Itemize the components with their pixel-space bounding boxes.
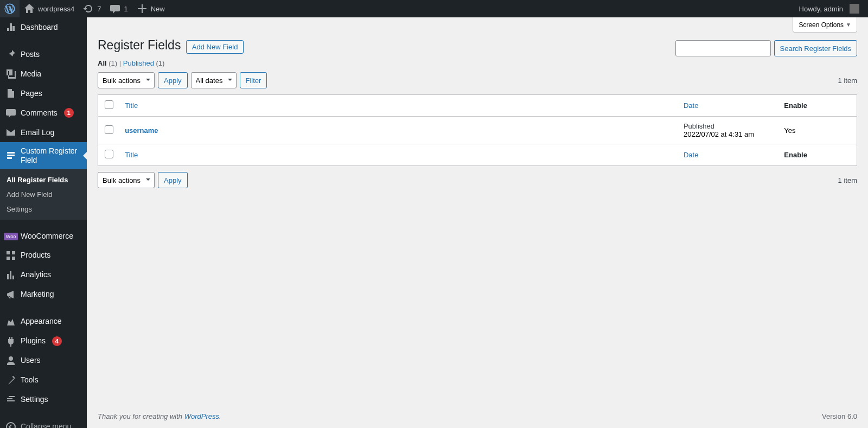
new-content-menu[interactable]: New — [132, 0, 169, 17]
email-icon — [5, 127, 16, 138]
row-title-link[interactable]: username — [125, 126, 158, 135]
menu-settings[interactable]: Settings — [0, 390, 87, 410]
dashboard-icon — [5, 22, 16, 33]
admin-bar: wordpress4 7 1 New Howdy, admin — [0, 0, 868, 17]
menu-custom-register-field[interactable]: Custom Register Field — [0, 142, 87, 169]
column-enable-foot: Enable — [778, 144, 857, 166]
marketing-icon — [5, 289, 16, 300]
row-date: 2022/07/02 at 4:31 am — [684, 130, 754, 138]
select-all-top[interactable] — [105, 100, 113, 109]
page-title: Register Fields — [98, 38, 181, 53]
table-row: username Published 2022/07/02 at 4:31 am… — [98, 117, 857, 144]
appearance-icon — [5, 316, 16, 327]
submenu-all-register-fields[interactable]: All Register Fields — [0, 173, 87, 187]
site-name-menu[interactable]: wordpress4 — [20, 0, 79, 17]
howdy-label: Howdy, admin — [799, 5, 843, 13]
filter-button[interactable]: Filter — [240, 72, 267, 88]
menu-woocommerce[interactable]: Woo WooCommerce — [0, 227, 87, 246]
column-title[interactable]: Title — [119, 95, 678, 117]
form-icon — [5, 150, 16, 161]
apply-button-top[interactable]: Apply — [158, 72, 188, 88]
menu-comments[interactable]: Comments 1 — [0, 103, 87, 123]
submenu-settings[interactable]: Settings — [0, 202, 87, 216]
home-icon — [24, 3, 35, 14]
menu-products[interactable]: Products — [0, 246, 87, 265]
column-enable: Enable — [778, 95, 857, 117]
item-count-bottom: 1 item — [838, 176, 857, 184]
menu-pages[interactable]: Pages — [0, 84, 87, 103]
bulk-actions-select-bottom[interactable]: Bulk actions — [98, 172, 155, 188]
new-label: New — [151, 5, 165, 13]
plugins-badge: 4 — [52, 336, 62, 346]
comments-badge: 1 — [64, 108, 74, 118]
search-input[interactable] — [675, 40, 771, 56]
menu-email-log[interactable]: Email Log — [0, 123, 87, 142]
avatar — [850, 4, 859, 14]
users-icon — [5, 355, 16, 366]
list-table: Title Date Enable username Published 202… — [98, 94, 857, 166]
wp-logo-menu[interactable] — [0, 0, 20, 17]
menu-posts[interactable]: Posts — [0, 44, 87, 64]
media-icon — [5, 68, 16, 79]
submenu-add-new-field[interactable]: Add New Field — [0, 187, 87, 202]
column-title-foot[interactable]: Title — [119, 144, 678, 166]
comments-icon — [110, 3, 120, 14]
footer-wordpress-link[interactable]: WordPress — [184, 412, 219, 420]
row-status: Published — [684, 122, 773, 130]
pin-icon — [5, 49, 16, 60]
status-filters: All (1) | Published (1) Search Register … — [98, 59, 857, 67]
filter-all[interactable]: All — [98, 59, 107, 67]
wordpress-icon — [4, 3, 15, 14]
updates-count: 7 — [97, 5, 101, 13]
menu-analytics[interactable]: Analytics — [0, 265, 87, 285]
pages-icon — [5, 88, 16, 99]
tools-icon — [5, 375, 16, 386]
my-account-menu[interactable]: Howdy, admin — [795, 0, 864, 17]
plugins-icon — [5, 336, 16, 347]
comments-menu[interactable]: 1 — [105, 0, 132, 17]
row-checkbox[interactable] — [105, 125, 113, 134]
site-name-label: wordpress4 — [38, 5, 74, 13]
apply-button-bottom[interactable]: Apply — [158, 172, 188, 188]
products-icon — [5, 250, 16, 261]
collapse-icon — [5, 421, 16, 428]
select-all-bottom[interactable] — [105, 150, 113, 158]
date-filter-select[interactable]: All dates — [191, 72, 237, 88]
menu-marketing[interactable]: Marketing — [0, 285, 87, 304]
menu-plugins[interactable]: Plugins 4 — [0, 331, 87, 351]
submenu-custom-register-field: All Register Fields Add New Field Settin… — [0, 169, 87, 220]
search-button[interactable]: Search Register Fields — [774, 40, 858, 56]
plus-icon — [137, 3, 148, 14]
tablenav-top: Bulk actions Apply All dates Filter 1 it… — [98, 71, 857, 90]
menu-dashboard[interactable]: Dashboard — [0, 17, 87, 37]
search-box: Search Register Fields — [675, 40, 858, 56]
content-area: Screen Options ▼ Register Fields Add New… — [87, 17, 868, 428]
screen-options-toggle[interactable]: Screen Options ▼ — [793, 17, 857, 33]
settings-icon — [5, 394, 16, 405]
analytics-icon — [5, 270, 16, 280]
menu-appearance[interactable]: Appearance — [0, 312, 87, 331]
woocommerce-icon: Woo — [5, 233, 16, 240]
menu-media[interactable]: Media — [0, 64, 87, 84]
chevron-down-icon: ▼ — [846, 22, 851, 28]
item-count-top: 1 item — [838, 76, 857, 85]
menu-collapse[interactable]: Collapse menu — [0, 417, 87, 428]
row-enable: Yes — [778, 117, 857, 144]
updates-menu[interactable]: 7 — [79, 0, 105, 17]
filter-published[interactable]: Published — [123, 59, 154, 67]
footer-version: Version 6.0 — [822, 412, 857, 420]
column-date[interactable]: Date — [678, 95, 778, 117]
bulk-actions-select-top[interactable]: Bulk actions — [98, 72, 155, 88]
admin-menu: Dashboard Posts Media Pages Comments 1 E… — [0, 17, 87, 428]
comments-count: 1 — [124, 5, 127, 13]
add-new-field-button[interactable]: Add New Field — [186, 40, 244, 54]
column-date-foot[interactable]: Date — [678, 144, 778, 166]
admin-footer: Thank you for creating with WordPress. V… — [87, 405, 868, 428]
menu-users[interactable]: Users — [0, 351, 87, 370]
tablenav-bottom: Bulk actions Apply 1 item — [98, 170, 857, 190]
updates-icon — [83, 3, 94, 14]
menu-tools[interactable]: Tools — [0, 370, 87, 390]
comment-icon — [5, 107, 16, 118]
